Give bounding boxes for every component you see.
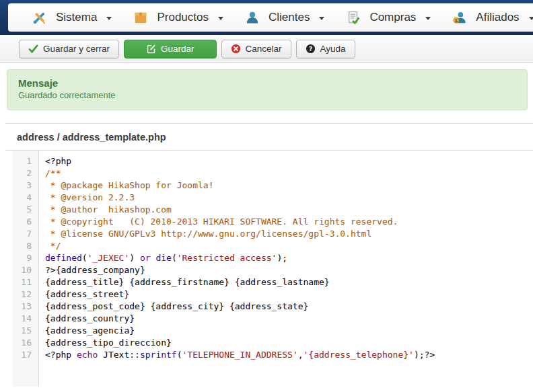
- line-content: {address_agencia}: [38, 325, 135, 337]
- nav-item-label: Afiliados: [476, 11, 519, 24]
- nav-item-label: Compras: [369, 11, 416, 24]
- line-number: 7: [12, 228, 38, 240]
- line-content: * @version 2.2.3: [38, 192, 135, 204]
- line-content: {address_tipo_direccion}: [38, 337, 172, 349]
- nav-item-label: Clientes: [269, 11, 310, 24]
- line-number: 10: [12, 264, 38, 276]
- line-number: 13: [12, 301, 38, 313]
- line-number: 4: [12, 192, 38, 204]
- nav-item-label: Sistema: [56, 11, 97, 24]
- cancel-icon: [231, 44, 241, 54]
- code-line[interactable]: 14 {address_country}: [12, 313, 533, 325]
- guardar-y-cerrar-button[interactable]: Guardar y cerrar: [19, 40, 119, 58]
- button-label: Cancelar: [246, 44, 282, 54]
- user-icon: [245, 10, 260, 25]
- line-content: <?php echo JText::sprintf('TELEPHONE_IN_…: [38, 349, 435, 361]
- toolbar: Guardar y cerrar Guardar Cancelar Ayuda: [0, 35, 533, 63]
- line-content: {address_country}: [38, 313, 135, 325]
- help-icon: [306, 44, 316, 54]
- nav-item-clientes[interactable]: Clientes: [234, 3, 335, 32]
- edit-icon: [146, 44, 156, 54]
- line-number: 5: [12, 204, 38, 216]
- code-line[interactable]: 6 * @copyright (C) 2010-2013 HIKARI SOFT…: [12, 216, 533, 228]
- line-number: 11: [12, 276, 38, 288]
- success-message: Mensaje Guardado correctamente: [7, 69, 528, 110]
- dropdown-caret-icon: [529, 17, 533, 20]
- line-content: <?php: [38, 155, 71, 167]
- code-line[interactable]: 2 /**: [12, 167, 533, 180]
- tools-icon: [32, 10, 47, 25]
- button-label: Guardar: [161, 44, 194, 54]
- line-number: 3: [12, 180, 38, 192]
- code-line[interactable]: 11 {address_title} {address_firstname} {…: [12, 276, 533, 288]
- package-icon: [133, 10, 148, 25]
- nav-item-label: Productos: [157, 11, 209, 24]
- nav-item-productos[interactable]: Productos: [122, 3, 234, 32]
- code-line[interactable]: 8 */: [12, 240, 533, 252]
- affiliate-icon: [452, 10, 467, 25]
- line-content: * @copyright (C) 2010-2013 HIKARI SOFTWA…: [38, 216, 398, 228]
- cancelar-button[interactable]: Cancelar: [221, 40, 291, 58]
- line-content: defined('_JEXEC') or die('Restricted acc…: [38, 252, 287, 264]
- line-content: * @license GNU/GPLv3 http://www.gnu.org/…: [38, 228, 371, 240]
- message-title: Mensaje: [18, 77, 516, 89]
- guardar-button[interactable]: Guardar: [124, 40, 217, 58]
- dropdown-caret-icon: [425, 17, 431, 20]
- document-check-icon: [346, 10, 361, 25]
- code-line[interactable]: 9 defined('_JEXEC') or die('Restricted a…: [12, 252, 533, 264]
- line-content: /**: [38, 167, 61, 180]
- line-number: 6: [12, 216, 38, 228]
- code-line[interactable]: 16 {address_tipo_direccion}: [12, 337, 533, 349]
- code-line[interactable]: 5 * @author hikashop.com: [12, 204, 533, 216]
- code-line[interactable]: 13 {address_post_code} {address_city} {a…: [12, 301, 533, 313]
- code-line[interactable]: 12 {address_street}: [12, 288, 533, 301]
- line-number: 14: [12, 313, 38, 325]
- line-content: {address_post_code} {address_city} {addr…: [38, 301, 308, 313]
- code-editor[interactable]: 1 <?php 2 /** 3 * @package HikaShop for …: [0, 151, 533, 392]
- nav-item-afiliados[interactable]: Afiliados: [441, 3, 533, 32]
- line-number: 1: [12, 155, 38, 167]
- code-line[interactable]: 1 <?php: [12, 155, 533, 167]
- line-number: 9: [12, 252, 38, 264]
- message-text: Guardado correctamente: [18, 89, 516, 102]
- line-number: 8: [12, 240, 38, 252]
- nav-item-compras[interactable]: Compras: [335, 3, 441, 32]
- button-label: Ayuda: [320, 44, 346, 54]
- button-label: Guardar y cerrar: [43, 44, 110, 54]
- main-menu: Sistema Productos Clientes Compras Afili…: [8, 3, 533, 32]
- line-content: ?>{address_company}: [38, 264, 145, 276]
- line-content: */: [38, 240, 61, 252]
- line-content: {address_street}: [38, 288, 129, 301]
- dropdown-caret-icon: [319, 17, 324, 20]
- line-content: * @package HikaShop for Joomla!: [38, 180, 213, 192]
- code-line[interactable]: 15 {address_agencia}: [12, 325, 533, 337]
- code-line[interactable]: 3 * @package HikaShop for Joomla!: [12, 180, 533, 192]
- line-number: 15: [12, 325, 38, 337]
- top-navbar: Sistema Productos Clientes Compras Afili…: [0, 0, 533, 35]
- line-number: 17: [12, 349, 38, 361]
- check-icon: [28, 44, 38, 54]
- line-number: 12: [12, 288, 38, 301]
- line-content: {address_title} {address_firstname} {add…: [38, 276, 330, 288]
- dropdown-caret-icon: [218, 17, 223, 20]
- code-line[interactable]: 4 * @version 2.2.3: [12, 192, 533, 204]
- code-line[interactable]: 7 * @license GNU/GPLv3 http://www.gnu.or…: [12, 228, 533, 240]
- code-line[interactable]: 17 <?php echo JText::sprintf('TELEPHONE_…: [12, 349, 533, 361]
- line-content: * @author hikashop.com: [38, 204, 172, 216]
- dropdown-caret-icon: [106, 17, 112, 20]
- file-title-section: address / address_template.php: [5, 123, 533, 151]
- line-number: 2: [12, 167, 38, 180]
- file-title: address / address_template.php: [5, 124, 533, 150]
- code-line[interactable]: 10 ?>{address_company}: [12, 264, 533, 276]
- ayuda-button[interactable]: Ayuda: [296, 40, 355, 58]
- line-number: 16: [12, 337, 38, 349]
- nav-item-sistema[interactable]: Sistema: [22, 3, 122, 32]
